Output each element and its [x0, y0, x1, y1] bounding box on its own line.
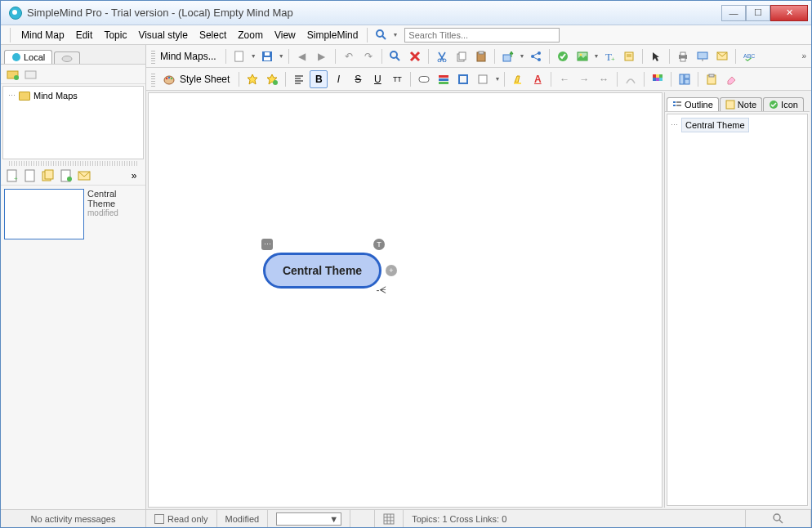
tree-root-item[interactable]: ⋯ Mind Maps [7, 90, 140, 101]
arrow-right-button[interactable]: → [575, 70, 593, 88]
share-button[interactable] [527, 47, 545, 65]
relation-button[interactable] [622, 70, 640, 88]
node-text-handle[interactable]: T [373, 239, 385, 250]
nav-fwd-button[interactable]: ▶ [313, 47, 331, 65]
menu-select[interactable]: Select [194, 28, 231, 43]
copy-button[interactable] [453, 47, 471, 65]
node-link-handle[interactable]: -ᗕ [376, 284, 387, 296]
shape-button[interactable] [415, 70, 433, 88]
bold-button[interactable]: B [310, 70, 328, 88]
search-dropdown-icon[interactable]: ▼ [392, 32, 398, 38]
clipboard-button[interactable] [703, 70, 721, 88]
status-grid[interactable] [375, 510, 404, 527]
arrow-both-button[interactable]: ↔ [595, 70, 613, 88]
paste-button[interactable] [472, 47, 490, 65]
palette-button[interactable] [160, 70, 178, 88]
font-button[interactable]: TT [388, 70, 406, 88]
folder-button[interactable] [24, 67, 38, 82]
svg-rect-58 [439, 82, 448, 84]
canvas[interactable]: Central Theme ⋯ T + -ᗕ [148, 92, 663, 508]
align-button[interactable] [290, 70, 308, 88]
mail-button[interactable] [713, 47, 731, 65]
color-bars-button[interactable] [435, 70, 453, 88]
spellcheck-button[interactable]: ABC [740, 47, 758, 65]
central-node[interactable]: Central Theme [263, 253, 381, 289]
stylesheet-button[interactable]: Style Sheet [180, 74, 230, 85]
folder-tree[interactable]: ⋯ Mind Maps [2, 86, 144, 159]
menu-edit[interactable]: Edit [71, 28, 98, 43]
tab-note[interactable]: Note [720, 97, 762, 111]
node-add-handle[interactable]: + [386, 265, 397, 276]
print-button[interactable] [674, 47, 692, 65]
svg-point-13 [67, 177, 72, 181]
tab-local[interactable]: Local [4, 50, 52, 64]
arrow-left-button[interactable]: ← [555, 70, 573, 88]
copy-map-button[interactable] [40, 168, 56, 184]
statusbar: No activity messages Read only Modified … [1, 509, 811, 527]
note-button[interactable] [620, 47, 638, 65]
menu-visualstyle[interactable]: Visual style [133, 28, 192, 43]
cut-button[interactable] [433, 47, 451, 65]
fontcolor-button[interactable]: A [529, 70, 547, 88]
expand-thumb-button[interactable]: » [126, 168, 142, 184]
nav-back-button[interactable]: ◀ [293, 47, 311, 65]
toolbar-overflow-button[interactable]: » [801, 51, 806, 60]
mindmaps-button[interactable]: Mind Maps... [160, 51, 216, 62]
export-button[interactable] [499, 47, 517, 65]
strike-button[interactable]: S [349, 70, 367, 88]
svg-rect-67 [659, 78, 663, 81]
menu-simplemind[interactable]: SimpleMind [302, 28, 364, 43]
search-input[interactable] [404, 28, 560, 43]
new-folder-button[interactable] [6, 67, 20, 82]
new-map-button[interactable]: + [4, 168, 20, 184]
check-button[interactable] [554, 47, 572, 65]
svg-rect-40 [680, 52, 685, 56]
outline-item[interactable]: Central Theme [681, 118, 749, 132]
close-button[interactable]: ✕ [770, 5, 808, 21]
pointer-button[interactable] [647, 47, 665, 65]
undo-button[interactable]: ↶ [340, 47, 358, 65]
mail-map-button[interactable] [76, 168, 92, 184]
status-readonly[interactable]: Read only [146, 510, 217, 527]
titlebar: SimpleMind Pro - Trial version - (Local)… [1, 1, 811, 25]
underline-button[interactable]: U [368, 70, 386, 88]
status-combo[interactable]: ▼ [268, 510, 350, 527]
present-button[interactable] [694, 47, 712, 65]
border-button[interactable] [454, 70, 472, 88]
colors-button[interactable] [649, 70, 667, 88]
new-button[interactable] [230, 47, 248, 65]
tab-outline[interactable]: Outline [667, 97, 719, 111]
svg-rect-69 [685, 74, 689, 78]
menu-view[interactable]: View [270, 28, 301, 43]
fill-button[interactable] [474, 70, 492, 88]
node-menu-handle[interactable]: ⋯ [261, 239, 273, 250]
text-button[interactable]: T+ [600, 47, 618, 65]
map-thumbnail[interactable] [4, 189, 84, 239]
redo-button[interactable]: ↷ [359, 47, 377, 65]
readonly-checkbox[interactable] [154, 514, 164, 524]
maximize-button[interactable]: ☐ [746, 5, 770, 21]
svg-text:+: + [611, 56, 615, 62]
delete-button[interactable] [406, 47, 424, 65]
refresh-map-button[interactable] [58, 168, 74, 184]
eraser-button[interactable] [722, 70, 740, 88]
highlight-button[interactable] [509, 70, 527, 88]
minimize-button[interactable]: — [721, 5, 746, 21]
search-icon[interactable] [375, 29, 388, 42]
menu-zoom[interactable]: Zoom [233, 28, 268, 43]
italic-button[interactable]: I [329, 70, 347, 88]
save-button[interactable] [258, 47, 276, 65]
menu-topic[interactable]: Topic [99, 28, 132, 43]
image-button[interactable] [573, 47, 591, 65]
tab-cloud[interactable] [54, 51, 80, 64]
zoom-button[interactable] [386, 47, 404, 65]
new-map2-button[interactable] [22, 168, 38, 184]
status-zoom[interactable] [746, 510, 811, 527]
tab-icon[interactable]: Icon [763, 97, 804, 111]
status-topics: Topics: 1 Cross Links: 0 [404, 510, 746, 527]
menu-mindmap[interactable]: Mind Map [16, 28, 69, 43]
star-button[interactable] [243, 70, 261, 88]
star-add-button[interactable] [263, 70, 281, 88]
outline-tree[interactable]: ⋯ Central Theme [667, 114, 808, 506]
layout-button[interactable] [676, 70, 694, 88]
